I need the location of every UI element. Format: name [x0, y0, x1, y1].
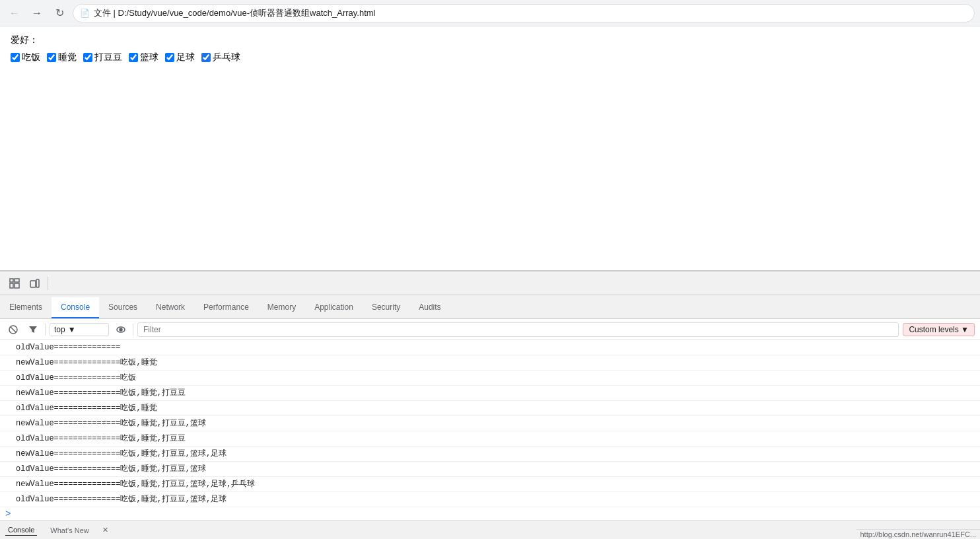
- console-line: newValue==============吃饭,睡觉,打豆豆,篮球,足球: [0, 447, 980, 462]
- console-filter-bar: top ▼ Custom levels ▼: [0, 319, 980, 340]
- filter-divider: [45, 324, 46, 336]
- tab-application[interactable]: Application: [305, 297, 363, 318]
- status-bar: http://blog.csdn.net/wanrun41EFC...: [857, 529, 981, 539]
- svg-point-9: [120, 328, 122, 331]
- console-line: newValue==============吃饭,睡觉,打豆豆,篮球,足球,乒乓…: [0, 477, 980, 492]
- checkbox-item-shuijiao[interactable]: 睡觉: [47, 52, 77, 63]
- checkbox-label-shuijiao: 睡觉: [58, 52, 77, 63]
- close-bottom-btn[interactable]: ✕: [102, 526, 108, 534]
- eye-divider: [133, 324, 133, 336]
- svg-rect-4: [30, 281, 36, 287]
- console-line: oldValue==============吃饭: [0, 371, 980, 386]
- tab-network[interactable]: Network: [147, 297, 194, 318]
- svg-rect-0: [10, 279, 13, 282]
- checkbox-zuqiu[interactable]: [165, 53, 174, 62]
- console-line: oldValue==============吃饭,睡觉,打豆豆,篮球: [0, 462, 980, 477]
- reload-button[interactable]: ↻: [50, 4, 69, 22]
- device-toolbar-button[interactable]: [25, 274, 44, 293]
- devtools-bottom-bar: Console What's New ✕: [0, 521, 980, 539]
- console-output: oldValue============== newValue=========…: [0, 340, 980, 521]
- console-line: newValue==============吃饭,睡觉: [0, 355, 980, 371]
- checkbox-label-zuqiu: 足球: [176, 52, 195, 63]
- tab-memory[interactable]: Memory: [258, 297, 305, 318]
- checkbox-item-zuqiu[interactable]: 足球: [165, 52, 195, 63]
- browser-toolbar: ← → ↻ 📄 文件 | D:/Study/vue/vue_code/demo/…: [0, 0, 980, 26]
- tab-audits[interactable]: Audits: [409, 297, 450, 318]
- hobbies-label: 爱好：: [11, 34, 969, 46]
- address-bar[interactable]: 📄 文件 | D:/Study/vue/vue_code/demo/vue-侦听…: [73, 4, 975, 22]
- eye-button[interactable]: [113, 322, 129, 338]
- svg-rect-2: [15, 279, 19, 282]
- clear-console-button[interactable]: [5, 322, 21, 338]
- svg-rect-3: [15, 283, 19, 288]
- filter-input[interactable]: [137, 322, 899, 337]
- checkbox-item-dadoudou[interactable]: 打豆豆: [83, 52, 122, 63]
- checkbox-pingpangqiu[interactable]: [201, 53, 211, 62]
- console-line: newValue==============吃饭,睡觉,打豆豆: [0, 386, 980, 401]
- checkbox-shuijiao[interactable]: [47, 53, 56, 62]
- top-selector[interactable]: top ▼: [50, 323, 109, 336]
- checkbox-lanqiu[interactable]: [129, 53, 138, 62]
- forward-button[interactable]: →: [28, 4, 46, 22]
- console-prompt: >: [0, 507, 980, 521]
- checkbox-label-lanqiu: 篮球: [140, 52, 158, 63]
- custom-levels-button[interactable]: Custom levels ▼: [903, 323, 975, 336]
- toolbar-divider: [48, 277, 48, 290]
- back-button[interactable]: ←: [5, 4, 24, 22]
- address-text: 文件 | D:/Study/vue/vue_code/demo/vue-侦听器普…: [94, 7, 376, 19]
- checkbox-item-pingpangqiu[interactable]: 乒乓球: [201, 52, 240, 63]
- checkbox-label-dadoudou: 打豆豆: [94, 52, 122, 63]
- console-line: oldValue==============吃饭,睡觉,打豆豆,篮球,足球: [0, 492, 980, 507]
- tab-elements[interactable]: Elements: [0, 297, 52, 318]
- console-line: oldValue==============吃饭,睡觉,打豆豆: [0, 431, 980, 447]
- bottom-tab-whatsnew[interactable]: What's New: [48, 525, 91, 536]
- checkbox-item-lanqiu[interactable]: 篮球: [129, 52, 158, 63]
- checkbox-label-pingpangqiu: 乒乓球: [213, 52, 240, 63]
- svg-rect-5: [36, 279, 39, 287]
- checkbox-label-chifan: 吃饭: [22, 52, 40, 63]
- devtools-toolbar: [0, 271, 980, 295]
- bottom-tab-console[interactable]: Console: [5, 524, 37, 536]
- svg-line-7: [11, 327, 16, 332]
- checkbox-item-chifan[interactable]: 吃饭: [11, 52, 40, 63]
- filter-button[interactable]: [25, 322, 41, 338]
- console-line: oldValue==============: [0, 340, 980, 355]
- tab-console[interactable]: Console: [52, 297, 99, 318]
- checkbox-chifan[interactable]: [11, 53, 20, 62]
- svg-rect-1: [10, 283, 13, 288]
- checkbox-dadoudou[interactable]: [83, 53, 92, 62]
- tab-sources[interactable]: Sources: [99, 297, 147, 318]
- console-line: oldValue==============吃饭,睡觉: [0, 401, 980, 416]
- devtools-panel: Elements Console Sources Network Perform…: [0, 271, 980, 539]
- devtools-tabs: Elements Console Sources Network Perform…: [0, 295, 980, 319]
- tab-performance[interactable]: Performance: [194, 297, 258, 318]
- checkboxes-row: 吃饭 睡觉 打豆豆 篮球 足球 乒乓球: [11, 52, 969, 63]
- inspect-element-button[interactable]: [5, 274, 24, 293]
- page-content: 爱好： 吃饭 睡觉 打豆豆 篮球 足球 乒乓球: [0, 26, 980, 271]
- console-line: newValue==============吃饭,睡觉,打豆豆,篮球: [0, 416, 980, 431]
- address-icon: 📄: [80, 9, 90, 18]
- tab-security[interactable]: Security: [363, 297, 409, 318]
- prompt-arrow: >: [5, 509, 11, 519]
